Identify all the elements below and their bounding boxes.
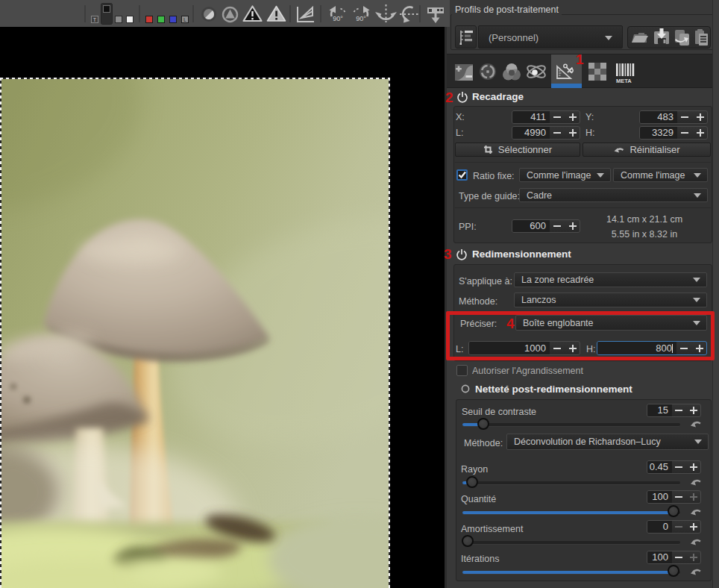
- svg-text:META: META: [616, 78, 632, 84]
- svg-text:T: T: [93, 17, 97, 22]
- svg-text:90°: 90°: [356, 15, 366, 22]
- svg-text:L: L: [183, 17, 186, 22]
- svg-text:90°: 90°: [333, 15, 343, 22]
